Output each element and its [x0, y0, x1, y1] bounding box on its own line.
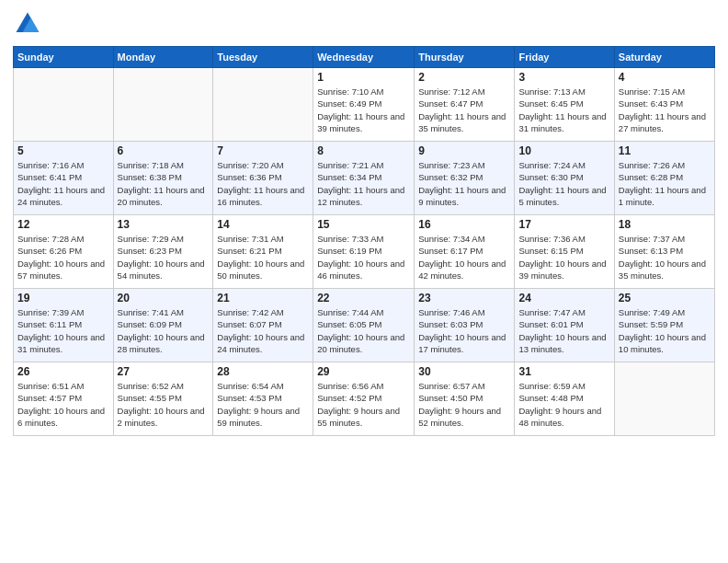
day-cell: 3Sunrise: 7:13 AM Sunset: 6:45 PM Daylig… — [515, 68, 614, 142]
weekday-header-tuesday: Tuesday — [213, 47, 313, 68]
day-number: 8 — [317, 144, 410, 157]
day-number: 22 — [317, 292, 410, 304]
day-number: 31 — [518, 365, 609, 378]
day-info: Sunrise: 7:42 AM Sunset: 6:07 PM Dayligh… — [217, 306, 309, 355]
day-number: 7 — [217, 144, 309, 157]
day-info: Sunrise: 7:28 AM Sunset: 6:26 PM Dayligh… — [17, 233, 109, 282]
day-cell: 21Sunrise: 7:42 AM Sunset: 6:07 PM Dayli… — [213, 289, 313, 362]
week-row-2: 5Sunrise: 7:16 AM Sunset: 6:41 PM Daylig… — [14, 142, 715, 215]
day-info: Sunrise: 7:39 AM Sunset: 6:11 PM Dayligh… — [17, 306, 109, 355]
day-cell — [14, 68, 114, 142]
day-cell: 29Sunrise: 6:56 AM Sunset: 4:52 PM Dayli… — [313, 362, 415, 436]
day-info: Sunrise: 7:10 AM Sunset: 6:49 PM Dayligh… — [317, 86, 410, 134]
day-number: 4 — [619, 71, 711, 84]
day-number: 11 — [619, 144, 711, 157]
day-info: Sunrise: 7:15 AM Sunset: 6:43 PM Dayligh… — [619, 86, 711, 134]
day-cell: 23Sunrise: 7:46 AM Sunset: 6:03 PM Dayli… — [415, 289, 515, 362]
day-number: 12 — [17, 218, 109, 231]
day-number: 29 — [317, 365, 410, 378]
day-info: Sunrise: 7:18 AM Sunset: 6:38 PM Dayligh… — [118, 159, 210, 208]
day-cell: 9Sunrise: 7:23 AM Sunset: 6:32 PM Daylig… — [415, 142, 515, 215]
day-info: Sunrise: 7:31 AM Sunset: 6:21 PM Dayligh… — [217, 233, 309, 282]
day-number: 26 — [17, 365, 109, 378]
day-info: Sunrise: 7:16 AM Sunset: 6:41 PM Dayligh… — [17, 159, 109, 208]
day-cell: 26Sunrise: 6:51 AM Sunset: 4:57 PM Dayli… — [14, 362, 114, 436]
day-info: Sunrise: 7:44 AM Sunset: 6:05 PM Dayligh… — [317, 306, 410, 355]
day-info: Sunrise: 7:49 AM Sunset: 5:59 PM Dayligh… — [619, 306, 711, 355]
day-cell: 4Sunrise: 7:15 AM Sunset: 6:43 PM Daylig… — [614, 68, 714, 142]
day-number: 25 — [619, 292, 711, 304]
day-cell: 16Sunrise: 7:34 AM Sunset: 6:17 PM Dayli… — [415, 215, 515, 289]
weekday-header-friday: Friday — [515, 47, 614, 68]
day-number: 23 — [418, 292, 510, 304]
day-cell: 1Sunrise: 7:10 AM Sunset: 6:49 PM Daylig… — [313, 68, 415, 142]
day-cell: 20Sunrise: 7:41 AM Sunset: 6:09 PM Dayli… — [113, 289, 213, 362]
day-number: 6 — [118, 144, 210, 157]
day-cell: 28Sunrise: 6:54 AM Sunset: 4:53 PM Dayli… — [213, 362, 313, 436]
day-number: 17 — [518, 218, 609, 231]
day-info: Sunrise: 6:57 AM Sunset: 4:50 PM Dayligh… — [418, 380, 510, 429]
day-number: 28 — [217, 365, 309, 378]
day-info: Sunrise: 7:24 AM Sunset: 6:30 PM Dayligh… — [518, 159, 609, 208]
weekday-header-saturday: Saturday — [614, 47, 714, 68]
week-row-5: 26Sunrise: 6:51 AM Sunset: 4:57 PM Dayli… — [14, 362, 715, 436]
weekday-header-monday: Monday — [113, 47, 213, 68]
day-info: Sunrise: 7:41 AM Sunset: 6:09 PM Dayligh… — [118, 306, 210, 355]
day-number: 2 — [418, 71, 510, 84]
day-number: 1 — [317, 71, 410, 84]
day-info: Sunrise: 7:36 AM Sunset: 6:15 PM Dayligh… — [518, 233, 609, 282]
day-cell: 10Sunrise: 7:24 AM Sunset: 6:30 PM Dayli… — [515, 142, 614, 215]
logo-icon — [13, 9, 42, 39]
calendar: SundayMondayTuesdayWednesdayThursdayFrid… — [13, 46, 715, 436]
day-info: Sunrise: 7:21 AM Sunset: 6:34 PM Dayligh… — [317, 159, 410, 208]
day-cell: 22Sunrise: 7:44 AM Sunset: 6:05 PM Dayli… — [313, 289, 415, 362]
day-info: Sunrise: 6:59 AM Sunset: 4:48 PM Dayligh… — [518, 380, 609, 429]
page: SundayMondayTuesdayWednesdayThursdayFrid… — [0, 0, 728, 563]
week-row-4: 19Sunrise: 7:39 AM Sunset: 6:11 PM Dayli… — [14, 289, 715, 362]
day-cell: 15Sunrise: 7:33 AM Sunset: 6:19 PM Dayli… — [313, 215, 415, 289]
day-number: 9 — [418, 144, 510, 157]
day-info: Sunrise: 7:20 AM Sunset: 6:36 PM Dayligh… — [217, 159, 309, 208]
day-number: 24 — [518, 292, 609, 304]
day-number: 5 — [17, 144, 109, 157]
day-cell: 8Sunrise: 7:21 AM Sunset: 6:34 PM Daylig… — [313, 142, 415, 215]
day-number: 18 — [619, 218, 711, 231]
logo — [13, 9, 46, 39]
day-number: 3 — [518, 71, 609, 84]
day-cell: 11Sunrise: 7:26 AM Sunset: 6:28 PM Dayli… — [614, 142, 714, 215]
day-cell: 13Sunrise: 7:29 AM Sunset: 6:23 PM Dayli… — [113, 215, 213, 289]
header — [13, 9, 715, 39]
weekday-header-row: SundayMondayTuesdayWednesdayThursdayFrid… — [14, 47, 715, 68]
day-cell: 25Sunrise: 7:49 AM Sunset: 5:59 PM Dayli… — [614, 289, 714, 362]
day-cell: 27Sunrise: 6:52 AM Sunset: 4:55 PM Dayli… — [113, 362, 213, 436]
day-info: Sunrise: 7:12 AM Sunset: 6:47 PM Dayligh… — [418, 86, 510, 134]
day-number: 14 — [217, 218, 309, 231]
day-cell — [614, 362, 714, 436]
day-number: 19 — [17, 292, 109, 304]
day-info: Sunrise: 6:56 AM Sunset: 4:52 PM Dayligh… — [317, 380, 410, 429]
day-number: 30 — [418, 365, 510, 378]
day-info: Sunrise: 7:26 AM Sunset: 6:28 PM Dayligh… — [619, 159, 711, 208]
day-info: Sunrise: 7:23 AM Sunset: 6:32 PM Dayligh… — [418, 159, 510, 208]
day-cell: 14Sunrise: 7:31 AM Sunset: 6:21 PM Dayli… — [213, 215, 313, 289]
day-cell — [113, 68, 213, 142]
day-info: Sunrise: 7:47 AM Sunset: 6:01 PM Dayligh… — [518, 306, 609, 355]
day-number: 21 — [217, 292, 309, 304]
day-number: 20 — [118, 292, 210, 304]
day-info: Sunrise: 6:51 AM Sunset: 4:57 PM Dayligh… — [17, 380, 109, 429]
weekday-header-thursday: Thursday — [415, 47, 515, 68]
week-row-1: 1Sunrise: 7:10 AM Sunset: 6:49 PM Daylig… — [14, 68, 715, 142]
day-cell: 31Sunrise: 6:59 AM Sunset: 4:48 PM Dayli… — [515, 362, 614, 436]
day-info: Sunrise: 7:46 AM Sunset: 6:03 PM Dayligh… — [418, 306, 510, 355]
day-cell: 18Sunrise: 7:37 AM Sunset: 6:13 PM Dayli… — [614, 215, 714, 289]
day-number: 10 — [518, 144, 609, 157]
day-info: Sunrise: 7:13 AM Sunset: 6:45 PM Dayligh… — [518, 86, 609, 134]
weekday-header-wednesday: Wednesday — [313, 47, 415, 68]
day-cell: 7Sunrise: 7:20 AM Sunset: 6:36 PM Daylig… — [213, 142, 313, 215]
day-cell: 17Sunrise: 7:36 AM Sunset: 6:15 PM Dayli… — [515, 215, 614, 289]
day-info: Sunrise: 7:33 AM Sunset: 6:19 PM Dayligh… — [317, 233, 410, 282]
day-info: Sunrise: 7:29 AM Sunset: 6:23 PM Dayligh… — [118, 233, 210, 282]
day-number: 13 — [118, 218, 210, 231]
day-number: 16 — [418, 218, 510, 231]
day-cell: 24Sunrise: 7:47 AM Sunset: 6:01 PM Dayli… — [515, 289, 614, 362]
